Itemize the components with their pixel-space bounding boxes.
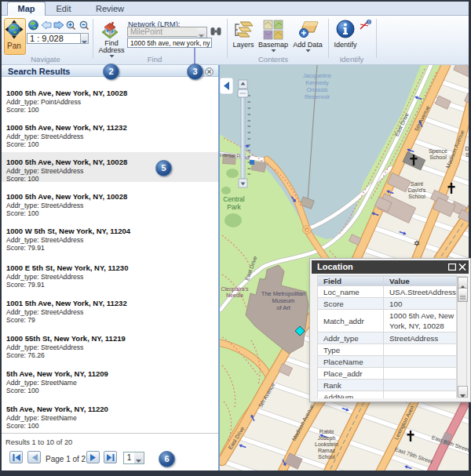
svg-text:Joseph: Joseph <box>318 435 336 441</box>
svg-text:of Art: of Art <box>276 304 290 311</box>
svg-text:Park: Park <box>227 203 241 211</box>
svg-text:Sc: Sc <box>466 152 469 158</box>
svg-text:Kennedy: Kennedy <box>305 79 329 86</box>
svg-text:Rabbi: Rabbi <box>319 429 334 434</box>
svg-text:Spence: Spence <box>429 148 447 154</box>
svg-text:✡: ✡ <box>414 239 420 248</box>
svg-text:The Metropolitan: The Metropolitan <box>261 290 305 297</box>
svg-text:0: 0 <box>367 20 370 24</box>
svg-text:School: School <box>408 194 425 199</box>
svg-text:Onassis: Onassis <box>306 86 327 93</box>
svg-text:Needle: Needle <box>226 293 243 298</box>
svg-text:Lookstein: Lookstein <box>315 441 338 447</box>
svg-text:Ramaz: Ramaz <box>318 448 336 453</box>
svg-text:Central: Central <box>223 195 245 203</box>
svg-text:Reservoir: Reservoir <box>305 93 330 100</box>
svg-text:David's: David's <box>408 187 426 193</box>
svg-text:Cleopatra's: Cleopatra's <box>221 286 249 293</box>
svg-text:Jacqueline: Jacqueline <box>303 72 331 79</box>
svg-text:School: School <box>429 154 447 160</box>
svg-text:School: School <box>318 454 335 460</box>
svg-text:Da: Da <box>466 146 469 151</box>
svg-text:Saint: Saint <box>411 181 423 187</box>
svg-text:Museum: Museum <box>272 297 295 304</box>
